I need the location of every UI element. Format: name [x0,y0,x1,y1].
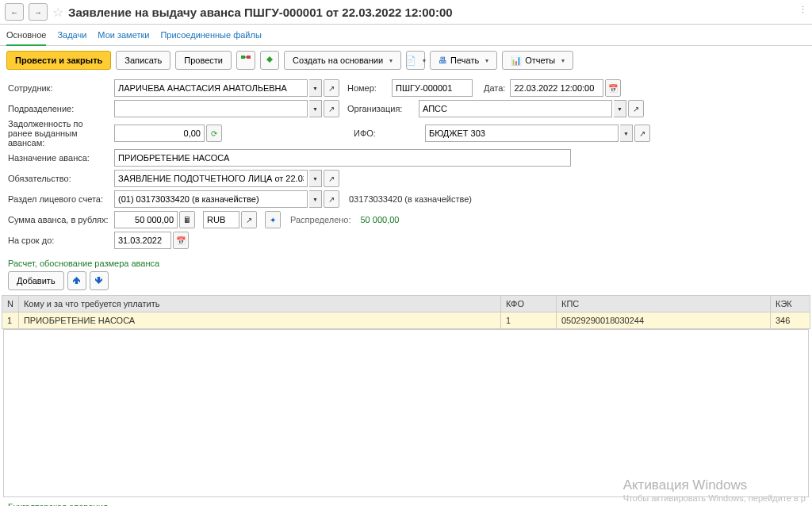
purpose-input[interactable] [114,149,571,167]
print-button[interactable]: 🖶 Печать [430,51,497,70]
nav-forward-button[interactable]: → [29,3,48,21]
more-icon[interactable]: ⋮ [799,5,807,15]
doc-menu-button[interactable]: 📄 [406,51,425,70]
employee-dropdown-icon[interactable]: ▼ [309,79,322,97]
favorite-star-icon[interactable]: ☆ [52,5,63,20]
purpose-label: Назначение аванса: [8,153,109,163]
deadline-label: На срок до: [8,236,109,245]
ifo-open-button[interactable]: ↗ [634,125,650,142]
amount-input[interactable] [114,211,178,228]
ifo-dropdown-icon[interactable]: ▼ [620,125,633,142]
col-kps[interactable]: КПС [557,296,771,312]
department-input[interactable] [114,100,308,117]
date-input[interactable] [510,79,603,97]
deadline-input[interactable] [114,232,171,249]
arrow-down-icon: 🡻 [94,276,103,286]
employee-input[interactable] [114,79,308,97]
debt-input[interactable] [114,125,205,142]
distributed-value: 50 000,00 [361,215,400,224]
cell-kps[interactable]: 05029290018030244 [557,312,771,329]
department-label: Подразделение: [8,104,109,113]
calendar-icon: 📅 [176,236,186,245]
move-down-button[interactable]: 🡻 [90,271,109,290]
department-open-button[interactable]: ↗ [324,100,339,117]
cell-kek[interactable]: 346 [771,312,810,329]
arrow-up-icon: 🡹 [72,276,81,286]
debt-label: Задолженность по ранее выданным авансам: [8,119,109,148]
printer-icon: 🖶 [439,56,447,65]
config-icon-button[interactable] [260,51,279,70]
amount-label: Сумма аванса, в рублях: [8,215,109,224]
save-button[interactable]: Записать [116,51,170,70]
table-scroll-area[interactable] [3,329,809,497]
dk-icon-button[interactable] [236,51,255,70]
tab-main[interactable]: Основное [6,28,46,46]
acc-section-title: Бухгалтерская операция [0,497,812,506]
employee-label: Сотрудник: [8,83,109,93]
obligation-dropdown-icon[interactable]: ▼ [309,170,322,187]
deadline-calendar-button[interactable]: 📅 [173,232,189,249]
account-section-open-button[interactable]: ↗ [324,190,339,208]
employee-open-button[interactable]: ↗ [324,79,339,97]
add-row-button[interactable]: Добавить [8,271,64,290]
reports-icon: 📊 [511,56,522,66]
org-open-button[interactable]: ↗ [628,100,644,117]
date-label: Дата: [484,83,505,93]
cell-kfo[interactable]: 1 [501,312,557,329]
obligation-input[interactable] [114,170,308,187]
obligation-label: Обязательство: [8,174,109,183]
reports-button[interactable]: 📊 Отчеты [502,51,573,70]
department-dropdown-icon[interactable]: ▼ [309,100,322,117]
debt-refresh-button[interactable]: ⟳ [206,125,222,142]
org-dropdown-icon[interactable]: ▼ [614,100,626,117]
account-section-input[interactable] [114,190,308,208]
cell-desc[interactable]: ПРИОБРЕТЕНИЕ НАСОСА [18,312,500,329]
page-title: Заявление на выдачу аванса ПШГУ-000001 о… [68,6,453,19]
account-section-label: Раздел лицевого счета: [8,194,109,204]
calculator-icon: 🖩 [183,216,191,224]
post-button[interactable]: Провести [175,51,232,70]
obligation-open-button[interactable]: ↗ [324,170,339,187]
col-n[interactable]: N [2,296,19,312]
cell-n[interactable]: 1 [2,312,19,329]
table-row[interactable]: 1 ПРИОБРЕТЕНИЕ НАСОСА 1 0502929001803024… [2,312,810,329]
nav-back-button[interactable]: ← [5,3,24,21]
ifo-input[interactable] [425,125,619,142]
currency-open-button[interactable]: ↗ [241,211,257,228]
distribute-icon: ✦ [270,216,276,224]
post-and-close-button[interactable]: Провести и закрыть [6,51,111,70]
config-icon [265,55,274,66]
col-kek[interactable]: КЭК [771,296,810,312]
tab-tasks[interactable]: Задачи [57,28,86,45]
number-input[interactable] [392,79,473,97]
calc-section-title: Расчет, обоснование размера аванса [0,254,812,270]
account-section-dropdown-icon[interactable]: ▼ [309,190,322,208]
amount-calc-button[interactable]: 🖩 [179,211,195,228]
dk-icon [240,54,251,67]
col-kfo[interactable]: КФО [501,296,557,312]
currency-input[interactable] [203,211,239,228]
org-label: Организация: [347,104,414,113]
move-up-button[interactable]: 🡹 [67,271,86,290]
distribute-button[interactable]: ✦ [265,211,281,228]
create-based-button[interactable]: Создать на основании [284,51,401,70]
grid-filler [4,330,808,457]
col-desc[interactable]: Кому и за что требуется уплатить [18,296,500,312]
doc-icon: 📄 [405,56,416,66]
tab-attachments[interactable]: Присоединенные файлы [160,28,261,45]
org-input[interactable] [419,100,612,117]
account-number-text: 03173033420 (в казначействе) [349,194,472,204]
number-label: Номер: [347,83,387,93]
tab-notes[interactable]: Мои заметки [98,28,149,45]
distributed-label: Распределено: [290,215,351,224]
ifo-label: ИФО: [354,128,420,138]
refresh-icon: ⟳ [211,129,217,138]
calendar-icon: 📅 [608,84,618,93]
date-calendar-button[interactable]: 📅 [605,79,621,97]
